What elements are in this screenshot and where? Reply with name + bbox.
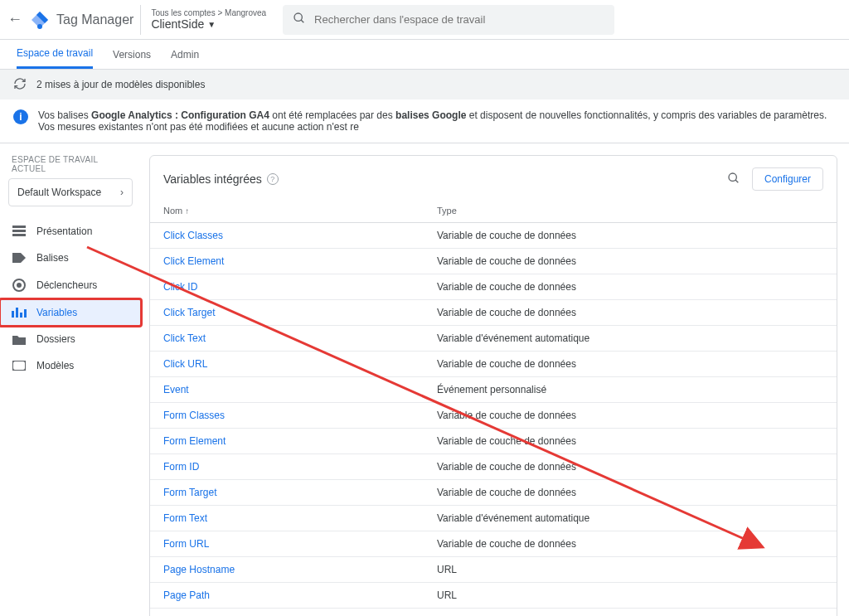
- svg-rect-10: [12, 311, 14, 318]
- sort-ascending-icon: ↑: [185, 206, 189, 216]
- info-banner-text: Vos balises Google Analytics : Configura…: [38, 109, 836, 133]
- variable-type: Variable de couche de données: [424, 454, 837, 480]
- table-row[interactable]: Click ClassesVariable de couche de donné…: [150, 223, 837, 249]
- variable-link[interactable]: Click Element: [163, 255, 224, 267]
- variable-link[interactable]: Form Target: [163, 487, 216, 498]
- variable-link[interactable]: Click URL: [163, 358, 207, 370]
- svg-rect-6: [12, 230, 26, 232]
- svg-line-4: [301, 20, 303, 22]
- variable-type: Variable de couche de données: [424, 274, 837, 300]
- column-header-name[interactable]: Nom ↑: [150, 199, 424, 223]
- variable-link[interactable]: Page Path: [163, 589, 210, 601]
- nav-label: Variables: [36, 307, 77, 318]
- product-name: Tag Manager: [56, 12, 133, 27]
- variable-link[interactable]: Form ID: [163, 461, 199, 473]
- update-banner-text: 2 mises à jour de modèles disponibles: [36, 79, 205, 90]
- container-picker[interactable]: Tous les comptes > Mangrovea ClientSide …: [140, 5, 276, 35]
- search-input[interactable]: [314, 13, 604, 26]
- nav-item-tags[interactable]: Balises: [0, 245, 141, 271]
- variable-type: Variable de couche de données: [424, 352, 837, 377]
- template-updates-banner[interactable]: 2 mises à jour de modèles disponibles: [0, 70, 849, 99]
- container-name: ClientSide: [151, 17, 204, 31]
- variable-type: Variable de couche de données: [424, 300, 837, 326]
- tab-admin[interactable]: Admin: [171, 40, 199, 69]
- variable-link[interactable]: Click Classes: [163, 230, 223, 241]
- nav-label: Présentation: [36, 226, 92, 237]
- svg-point-15: [729, 173, 736, 181]
- svg-point-3: [294, 13, 302, 21]
- workspace-name: Default Workspace: [17, 187, 101, 198]
- builtin-variables-card: Variables intégrées ? Configurer Nom ↑ T…: [149, 155, 837, 616]
- table-row[interactable]: Form TextVariable d'événement automatiqu…: [150, 506, 837, 531]
- nav-label: Dossiers: [36, 333, 75, 345]
- workspace-selector[interactable]: Default Workspace ›: [8, 178, 133, 206]
- table-row[interactable]: Form IDVariable de couche de données: [150, 454, 837, 480]
- variable-link[interactable]: Click Target: [163, 307, 215, 318]
- variable-type: Variable d'événement automatique: [424, 506, 837, 531]
- svg-rect-12: [20, 313, 22, 318]
- info-icon: i: [13, 109, 28, 124]
- table-row[interactable]: Form URLVariable de couche de données: [150, 531, 837, 557]
- workspace-section-label: ESPACE DE TRAVAIL ACTUEL: [0, 155, 141, 178]
- dropdown-caret-icon: ▼: [207, 20, 216, 29]
- help-icon[interactable]: ?: [267, 173, 279, 185]
- variable-type: URL: [424, 557, 837, 583]
- variable-link[interactable]: Form Classes: [163, 410, 225, 421]
- table-row[interactable]: Click URLVariable de couche de données: [150, 352, 837, 377]
- table-row[interactable]: Page HostnameURL: [150, 557, 837, 583]
- table-row[interactable]: EventÉvénement personnalisé: [150, 377, 837, 403]
- variable-type: Variable de couche de données: [424, 480, 837, 506]
- nav-item-templates[interactable]: Modèles: [0, 352, 141, 379]
- variable-icon: [12, 308, 27, 318]
- folder-icon: [12, 334, 27, 345]
- table-row[interactable]: Click TargetVariable de couche de donnée…: [150, 300, 837, 326]
- nav-item-overview[interactable]: Présentation: [0, 218, 141, 245]
- variable-type: Variable de couche de données: [424, 223, 837, 249]
- svg-point-2: [37, 24, 42, 29]
- variable-link[interactable]: Page Hostname: [163, 564, 235, 575]
- builtin-variables-table: Nom ↑ Type Click ClassesVariable de couc…: [150, 199, 837, 616]
- table-row[interactable]: Form ClassesVariable de couche de donnée…: [150, 403, 837, 429]
- variable-link[interactable]: Form Text: [163, 512, 207, 524]
- search-box[interactable]: [283, 5, 614, 35]
- table-row[interactable]: Click TextVariable d'événement automatiq…: [150, 326, 837, 352]
- search-icon: [293, 12, 306, 27]
- configure-button[interactable]: Configurer: [752, 167, 823, 191]
- tab-workspace[interactable]: Espace de travail: [17, 40, 93, 69]
- table-row[interactable]: Form TargetVariable de couche de données: [150, 480, 837, 506]
- product-logo[interactable]: Tag Manager: [30, 10, 133, 30]
- table-row[interactable]: Page PathURL: [150, 583, 837, 609]
- variable-link[interactable]: Click Text: [163, 332, 206, 344]
- column-header-type[interactable]: Type: [424, 199, 837, 223]
- svg-rect-13: [24, 309, 27, 318]
- svg-rect-7: [12, 234, 26, 236]
- svg-line-16: [735, 180, 738, 182]
- table-row[interactable]: Page URLURL: [150, 609, 837, 617]
- nav-label: Déclencheurs: [36, 279, 97, 291]
- variable-link[interactable]: Form URL: [163, 538, 209, 550]
- tab-versions[interactable]: Versions: [113, 40, 151, 69]
- trigger-icon: [12, 279, 27, 292]
- table-row[interactable]: Form ElementVariable de couche de donnée…: [150, 429, 837, 454]
- table-row[interactable]: Click IDVariable de couche de données: [150, 274, 837, 300]
- nav-item-folders[interactable]: Dossiers: [0, 326, 141, 352]
- variable-link[interactable]: Click ID: [163, 281, 197, 293]
- search-builtin-button[interactable]: [727, 172, 740, 187]
- variable-link[interactable]: Event: [163, 384, 189, 395]
- nav-item-triggers[interactable]: Déclencheurs: [0, 271, 141, 299]
- svg-rect-14: [12, 361, 26, 371]
- tag-icon: [12, 253, 27, 263]
- refresh-icon: [13, 77, 27, 93]
- back-button[interactable]: ←: [7, 11, 23, 28]
- variable-link[interactable]: Form Element: [163, 435, 226, 447]
- nav-item-variables[interactable]: Variables: [0, 299, 141, 326]
- variable-type: Variable de couche de données: [424, 249, 837, 274]
- svg-point-9: [17, 283, 22, 288]
- variable-type: Variable de couche de données: [424, 531, 837, 557]
- nav-label: Balises: [36, 252, 69, 264]
- dashboard-icon: [12, 226, 27, 237]
- table-row[interactable]: Click ElementVariable de couche de donné…: [150, 249, 837, 274]
- variable-type: URL: [424, 609, 837, 617]
- info-banner: i Vos balises Google Analytics : Configu…: [0, 99, 849, 143]
- variable-type: Variable de couche de données: [424, 403, 837, 429]
